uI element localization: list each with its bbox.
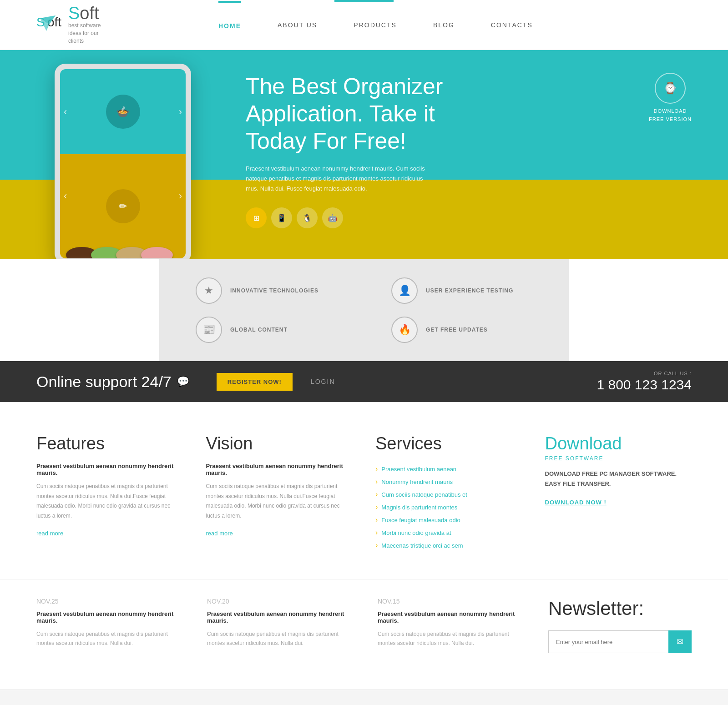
service-item-2[interactable]: ›Nonummy hendrerit mauris: [375, 475, 522, 488]
nav-about[interactable]: ABOUT US: [278, 21, 317, 29]
services-list: ›Praesent vestibulum aenean ›Nonummy hen…: [375, 463, 522, 552]
tablet-nav-left-bottom[interactable]: ‹: [64, 190, 67, 202]
features-column: Features Praesent vestibulum aenean nonu…: [36, 434, 183, 552]
content-section: Features Praesent vestibulum aenean nonu…: [0, 402, 728, 579]
features-grid: ★ INNOVATIVE TECHNOLOGIES 👤 USER EXPERIE…: [159, 259, 569, 361]
news-item-3: NOV.15 Praesent vestibulum aenean nonumm…: [378, 598, 521, 653]
newsletter-submit-button[interactable]: ✉: [668, 630, 692, 653]
download-subtitle: FREE SOFTWARE: [545, 455, 692, 462]
chat-icon: 💬: [177, 376, 189, 388]
vision-bold: Praesent vestibulum aenean nonummy hendr…: [206, 463, 353, 476]
feature-ux-label: USER EXPERIENCE TESTING: [426, 287, 513, 295]
footer: Soft © 2014 Privacy Policy ✿ QUADRO Prem…: [0, 690, 728, 705]
hero-title: The Best Organizer Application. Take it …: [246, 73, 473, 155]
service-item-3[interactable]: ›Cum sociis natoque penatibus et: [375, 488, 522, 501]
news-body-1: Cum sociis natoque penatibus et magnis d…: [36, 629, 180, 648]
features-title: Features: [36, 434, 183, 453]
features-body: Cum sociis natoque penatibus et magnis d…: [36, 482, 183, 521]
service-item-5[interactable]: ›Fusce feugiat malesuada odio: [375, 514, 522, 526]
nav-products[interactable]: PRODUCTS: [354, 21, 397, 29]
tablet-nav-left-top[interactable]: ‹: [64, 106, 67, 118]
login-link[interactable]: LOGIN: [311, 378, 335, 385]
download-badge: ⌚ DOWNLOAD FREE VERSION: [649, 73, 692, 123]
feature-global-label: GLOBAL CONTENT: [230, 326, 288, 334]
logo-tagline: best software ideas for our clients: [68, 22, 101, 45]
hero-left: ‹ 🍲 › ‹ ✏ ›: [0, 50, 209, 259]
feature-global: 📰 GLOBAL CONTENT: [196, 317, 337, 343]
platform-android[interactable]: 🤖: [322, 207, 343, 228]
vision-body: Cum sociis natoque penatibus et magnis d…: [206, 482, 353, 521]
vision-title: Vision: [206, 434, 353, 453]
hero-right: ⌚ DOWNLOAD FREE VERSION The Best Organiz…: [209, 50, 728, 259]
news-date-2: NOV.20: [207, 598, 350, 605]
services-column: Services ›Praesent vestibulum aenean ›No…: [375, 434, 522, 552]
vision-column: Vision Praesent vestibulum aenean nonumm…: [206, 434, 353, 552]
support-title-area: Online support 24/7 💬: [36, 373, 189, 391]
active-nav-bar: [334, 0, 394, 2]
download-badge-label: DOWNLOAD FREE VERSION: [649, 107, 692, 123]
call-section: OR CALL US : 1 800 123 1234: [597, 371, 692, 393]
news-body-2: Cum sociis natoque penatibus et magnis d…: [207, 629, 350, 648]
newsletter-form: ✉: [548, 630, 692, 653]
news-section: NOV.25 Praesent vestibulum aenean nonumm…: [0, 579, 728, 690]
news-date-1: NOV.25: [36, 598, 180, 605]
logo-icon: S oft: [36, 12, 62, 37]
hero-section: ‹ 🍲 › ‹ ✏ ›: [0, 50, 728, 259]
call-number: 1 800 123 1234: [597, 377, 692, 393]
features-bold: Praesent vestibulum aenean nonummy hendr…: [36, 463, 183, 476]
news-item-2: NOV.20 Praesent vestibulum aenean nonumm…: [207, 598, 350, 653]
news-title-2: Praesent vestibulum aenean nonummy hendr…: [207, 610, 350, 624]
platform-ios[interactable]: 📱: [271, 207, 292, 228]
features-read-more[interactable]: read more: [36, 530, 63, 537]
download-now-link[interactable]: DOWNLOAD NOW !: [545, 499, 607, 506]
feature-ux-icon: 👤: [391, 277, 418, 304]
header: S oft Soft best software ideas for our c…: [0, 0, 728, 50]
platform-icons: ⊞ 📱 🐧 🤖: [246, 207, 682, 228]
newsletter-title: Newsletter:: [548, 598, 692, 619]
tablet-bottom-icon: ✏: [106, 189, 140, 223]
logo-area: S oft Soft best software ideas for our c…: [36, 5, 146, 45]
feature-updates-icon: 🔥: [391, 317, 418, 343]
service-item-6[interactable]: ›Morbi nunc odio gravida at: [375, 526, 522, 539]
nav-blog[interactable]: BLOG: [433, 21, 455, 29]
download-title: Download: [545, 434, 692, 453]
download-body: DOWNLOAD FREE PC MANAGER SOFTWARE. EASY …: [545, 469, 692, 489]
service-item-7[interactable]: ›Maecenas tristique orci ac sem: [375, 539, 522, 552]
feature-ux: 👤 USER EXPERIENCE TESTING: [391, 277, 532, 304]
nav-home[interactable]: HOME: [218, 1, 241, 30]
tablet-device: ‹ 🍲 › ‹ ✏ ›: [55, 64, 191, 259]
news-body-3: Cum sociis natoque penatibus et magnis d…: [378, 629, 521, 648]
news-title-3: Praesent vestibulum aenean nonummy hendr…: [378, 610, 521, 624]
download-column: Download FREE SOFTWARE DOWNLOAD FREE PC …: [545, 434, 692, 552]
newsletter-email-input[interactable]: [548, 630, 668, 653]
feature-innovative-icon: ★: [196, 277, 222, 304]
news-title-1: Praesent vestibulum aenean nonummy hendr…: [36, 610, 180, 624]
nav-contacts[interactable]: CONTACTS: [491, 21, 533, 29]
vision-read-more[interactable]: read more: [206, 530, 233, 537]
feature-updates: 🔥 GET FREE UPDATES: [391, 317, 532, 343]
logo-text: Soft best software ideas for our clients: [68, 5, 101, 45]
service-item-1[interactable]: ›Praesent vestibulum aenean: [375, 463, 522, 475]
main-nav: HOME ABOUT US PRODUCTS BLOG CONTACTS: [218, 20, 533, 30]
feature-global-icon: 📰: [196, 317, 222, 343]
news-date-3: NOV.15: [378, 598, 521, 605]
service-item-4[interactable]: ›Magnis dis parturient montes: [375, 501, 522, 514]
platform-linux[interactable]: 🐧: [297, 207, 318, 228]
support-bar: Online support 24/7 💬 REGISTER NOW! LOGI…: [0, 361, 728, 402]
download-badge-icon: ⌚: [655, 73, 686, 104]
newsletter-column: Newsletter: ✉: [548, 598, 692, 653]
feature-updates-label: GET FREE UPDATES: [426, 326, 488, 334]
tablet-nav-right-bottom[interactable]: ›: [179, 190, 182, 202]
call-label: OR CALL US :: [597, 371, 692, 376]
news-item-1: NOV.25 Praesent vestibulum aenean nonumm…: [36, 598, 180, 653]
feature-innovative-label: INNOVATIVE TECHNOLOGIES: [230, 287, 318, 295]
services-title: Services: [375, 434, 522, 453]
tablet-nav-right-top[interactable]: ›: [179, 106, 182, 118]
support-title: Online support 24/7: [36, 373, 172, 391]
platform-windows[interactable]: ⊞: [246, 207, 267, 228]
register-button[interactable]: REGISTER NOW!: [217, 373, 293, 391]
tablet-top-icon: 🍲: [106, 95, 140, 129]
hero-description: Praesent vestibulum aenean nonummy hendr…: [246, 164, 428, 194]
feature-innovative: ★ INNOVATIVE TECHNOLOGIES: [196, 277, 337, 304]
